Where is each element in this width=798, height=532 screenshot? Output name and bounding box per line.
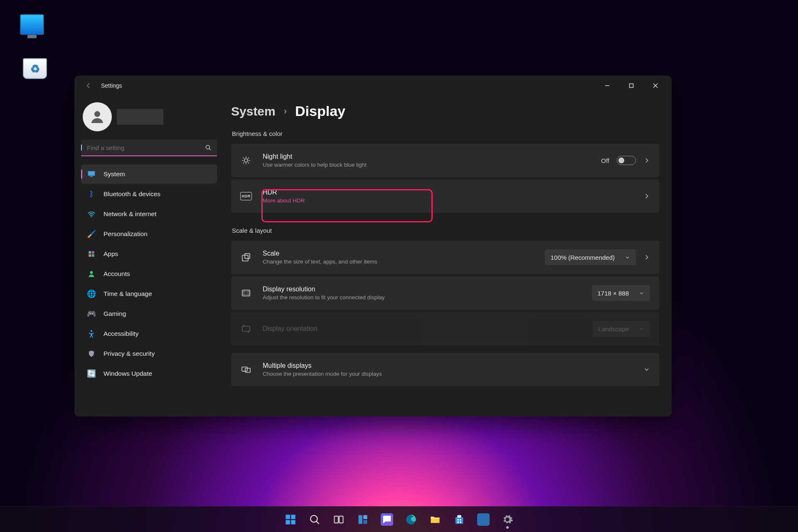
user-account-row[interactable] [81,100,217,134]
svg-rect-27 [363,515,367,519]
taskbar-app[interactable] [473,510,493,530]
scale-dropdown[interactable]: 100% (Recommended) [545,249,636,265]
dropdown-value: 100% (Recommended) [551,254,615,261]
chat-icon [381,513,393,526]
sidebar-item-label: Accessibility [103,330,138,337]
setting-hdr[interactable]: HDR HDR More about HDR [231,180,659,213]
breadcrumb: System › Display [231,103,659,119]
sidebar-item-personalization[interactable]: 🖌️ Personalization [81,224,217,244]
globe-clock-icon: 🌐 [87,289,96,298]
back-button[interactable] [82,79,95,92]
widgets-icon [357,514,369,525]
breadcrumb-parent[interactable]: System [231,104,276,118]
search-input[interactable] [87,144,200,151]
chevron-right-icon [643,157,650,164]
shield-icon [87,349,96,358]
recycle-bin-icon: ♻ [23,58,47,79]
chevron-down-icon [639,326,644,332]
windows-start-icon [285,514,296,525]
setting-resolution[interactable]: Display resolution Adjust the resolution… [231,276,659,310]
monitor-icon [87,170,96,179]
desktop-icon-recycle-bin[interactable]: ♻ [17,58,53,79]
title-bar[interactable]: Settings [74,76,672,96]
taskbar-store[interactable] [449,510,469,530]
avatar [83,102,112,131]
svg-rect-9 [92,254,94,257]
setting-subtitle: Adjust the resolution to fit your connec… [263,294,581,300]
svg-rect-4 [90,176,93,177]
minimize-button[interactable] [595,77,619,94]
sidebar-item-accounts[interactable]: Accounts [81,264,217,283]
taskbar-widgets[interactable] [353,510,373,530]
sidebar-nav: System ᛒ Bluetooth & devices Network & i… [81,165,217,383]
close-button[interactable] [643,77,667,94]
orientation-dropdown: Landscape [593,321,650,337]
multiple-displays-icon [240,364,252,375]
desktop-icon-this-pc[interactable] [14,14,50,35]
night-light-icon [240,155,252,166]
chevron-right-icon [643,254,650,261]
search-box[interactable] [81,140,217,156]
svg-rect-30 [456,517,463,524]
svg-rect-3 [88,171,95,176]
app-icon [477,513,490,526]
night-light-toggle[interactable] [617,156,636,165]
taskbar-settings[interactable] [498,510,517,530]
store-icon [453,514,465,525]
toggle-state-label: Off [601,157,609,164]
resolution-dropdown[interactable]: 1718 × 888 [592,285,650,301]
svg-rect-31 [457,515,461,517]
setting-title: Night light [263,153,590,160]
chevron-down-icon [643,366,650,373]
svg-rect-26 [359,515,362,524]
sidebar-item-gaming[interactable]: 🎮 Gaming [81,304,217,323]
folder-icon [429,514,441,525]
setting-orientation: Display orientation Landscape [231,312,659,345]
sidebar-item-time-language[interactable]: 🌐 Time & language [81,284,217,303]
chevron-right-icon [643,193,650,200]
setting-night-light[interactable]: Night light Use warmer colors to help bl… [231,144,659,177]
taskbar-chat[interactable] [377,510,397,530]
taskbar-start[interactable] [281,510,300,530]
resolution-icon [240,287,252,299]
svg-point-5 [91,217,92,217]
search-icon [309,514,320,525]
setting-multiple-displays[interactable]: Multiple displays Choose the presentatio… [231,353,659,386]
sidebar: System ᛒ Bluetooth & devices Network & i… [74,96,222,416]
sidebar-item-bluetooth[interactable]: ᛒ Bluetooth & devices [81,185,217,204]
person-icon [87,269,96,278]
taskbar-task-view[interactable] [329,510,349,530]
setting-title: Display orientation [263,325,582,332]
sidebar-item-label: Time & language [103,290,152,298]
sidebar-item-privacy[interactable]: Privacy & security [81,344,217,363]
svg-rect-20 [291,515,296,519]
desktop[interactable]: ♻ Settings [0,0,798,532]
section-brightness-color: Brightness & color [232,130,659,137]
svg-point-23 [310,515,317,522]
sidebar-item-accessibility[interactable]: Accessibility [81,324,217,343]
hdr-more-link[interactable]: More about HDR [263,197,633,204]
sidebar-item-network[interactable]: Network & internet [81,204,217,224]
sidebar-item-system[interactable]: System [81,165,217,184]
svg-rect-21 [286,520,290,525]
settings-window: Settings [74,76,672,416]
chevron-down-icon [639,291,644,296]
sidebar-item-windows-update[interactable]: 🔄 Windows Update [81,364,217,383]
svg-point-10 [90,271,93,274]
task-view-icon [333,514,345,525]
taskbar[interactable] [0,506,798,532]
taskbar-edge[interactable] [401,510,421,530]
svg-point-11 [91,330,92,332]
user-icon [89,108,106,125]
svg-rect-13 [242,255,248,261]
sidebar-item-label: Privacy & security [103,350,155,357]
maximize-button[interactable] [619,77,643,94]
setting-scale[interactable]: Scale Change the size of text, apps, and… [231,241,659,274]
taskbar-search[interactable] [305,510,325,530]
taskbar-explorer[interactable] [425,510,445,530]
setting-title: Display resolution [263,286,581,293]
setting-title: Scale [263,250,534,257]
sidebar-item-apps[interactable]: Apps [81,244,217,264]
svg-point-1 [94,111,100,117]
svg-rect-15 [242,290,250,296]
